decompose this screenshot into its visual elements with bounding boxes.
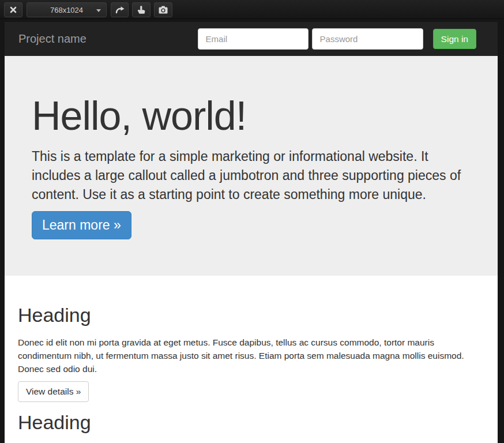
emulator-toolbar: 768x1024 <box>0 0 504 19</box>
rotate-icon <box>115 6 125 14</box>
page-content: Heading Donec id elit non mi porta gravi… <box>5 305 498 433</box>
resolution-value: 768x1024 <box>50 6 83 14</box>
view-details-button[interactable]: View details » <box>18 381 89 402</box>
close-button[interactable] <box>4 2 22 17</box>
email-field[interactable] <box>198 28 309 50</box>
learn-more-button[interactable]: Learn more » <box>32 211 131 239</box>
section-body: Donec id elit non mi porta gravida at eg… <box>18 336 476 376</box>
resolution-dropdown[interactable]: 768x1024 <box>27 2 107 17</box>
touch-pointer-icon <box>137 6 145 14</box>
section-heading: Heading <box>18 412 480 433</box>
camera-icon <box>159 6 168 14</box>
device-viewport: Project name Sign in Hello, world! This … <box>5 22 498 443</box>
jumbotron: Hello, world! This is a template for a s… <box>5 56 498 276</box>
jumbotron-description: This is a template for a simple marketin… <box>32 147 463 204</box>
section-heading: Heading <box>18 305 480 326</box>
sign-in-button[interactable]: Sign in <box>433 29 476 49</box>
password-field[interactable] <box>312 28 423 50</box>
rotate-button[interactable] <box>111 2 129 17</box>
signin-form: Sign in <box>198 28 476 50</box>
touch-button[interactable] <box>132 2 151 17</box>
navbar-brand[interactable]: Project name <box>18 22 86 56</box>
chevron-down-icon <box>96 9 101 12</box>
screenshot-button[interactable] <box>154 2 172 17</box>
jumbotron-title: Hello, world! <box>32 94 466 138</box>
site-navbar: Project name Sign in <box>5 22 498 56</box>
close-icon <box>10 6 17 13</box>
